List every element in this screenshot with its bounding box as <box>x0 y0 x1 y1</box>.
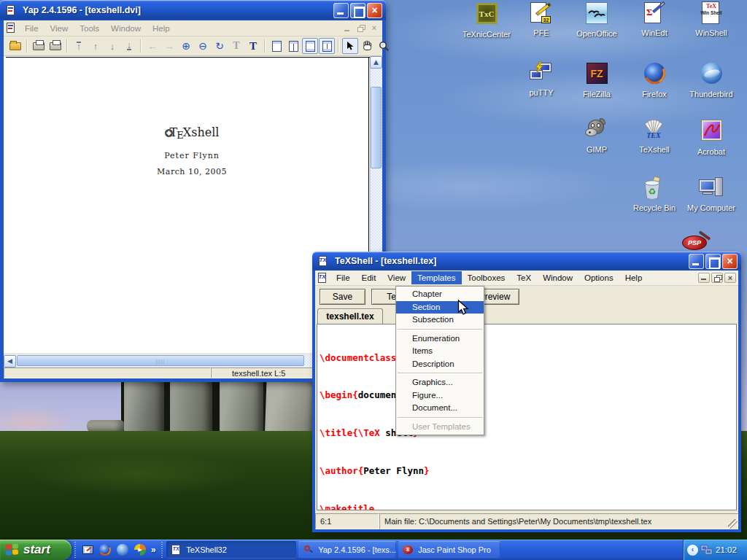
yap-menu-window[interactable]: Window <box>105 23 147 34</box>
double-page-view-icon[interactable] <box>285 38 301 54</box>
show-desktop-icon[interactable] <box>80 542 95 557</box>
dvi-author: Peter Flynn <box>4 151 370 160</box>
vertical-scroll-thumb[interactable] <box>371 87 382 168</box>
single-page-view-icon[interactable] <box>268 38 285 54</box>
yap-menu-view[interactable]: View <box>44 23 74 34</box>
taskbar-clock[interactable]: 21:02 <box>716 545 737 554</box>
firefox-quicklaunch-icon[interactable] <box>98 542 112 557</box>
scroll-left-icon[interactable]: ◀ <box>4 355 16 368</box>
mdi-restore-icon[interactable] <box>711 273 723 283</box>
zoom-in-icon[interactable]: ⊕ <box>178 38 194 54</box>
menu-file[interactable]: File <box>330 271 356 284</box>
close-button[interactable]: × <box>367 3 382 18</box>
yap-menu-help[interactable]: Help <box>147 23 176 34</box>
open-file-icon[interactable] <box>7 38 23 54</box>
menu-item-enumeration[interactable]: Enumeration <box>396 332 484 346</box>
desktop-icon-recycle-bin[interactable]: ♻ Recycle Bin <box>627 176 681 212</box>
taskbar-button-texshell32[interactable]: TX TeXShell32 <box>166 541 296 559</box>
desktop-icon-acrobat[interactable]: Acrobat <box>684 118 738 156</box>
save-button[interactable]: Save <box>320 289 365 305</box>
zoom-out-icon[interactable]: ⊖ <box>195 38 211 54</box>
menu-item-graphics[interactable]: Graphics... <box>396 376 484 389</box>
menu-options[interactable]: Options <box>578 271 619 284</box>
yap-menu-file[interactable]: File <box>19 23 44 34</box>
desktop-icon-label: Acrobat <box>684 147 738 156</box>
first-page-icon[interactable]: ↑ <box>71 38 87 54</box>
menu-toolboxes[interactable]: Toolboxes <box>462 271 511 284</box>
forward-icon[interactable]: → <box>161 38 177 54</box>
desktop-icon-label: OpenOffice <box>570 29 624 38</box>
menu-item-document[interactable]: Document... <box>396 402 484 415</box>
mdi-close-icon[interactable]: × <box>368 23 380 34</box>
minimize-button[interactable] <box>689 254 704 269</box>
desktop-icon-winshell[interactable]: TeXWin Shell WinShell <box>684 1 738 37</box>
desktop-icon-gimp[interactable]: GIMP <box>570 118 624 154</box>
menu-item-description[interactable]: Description <box>396 358 484 371</box>
desktop-icon-pfe[interactable]: 32 PFE <box>514 1 568 37</box>
menu-view[interactable]: View <box>382 271 411 284</box>
desktop-icon-thunderbird[interactable]: Thunderbird <box>684 61 738 98</box>
menu-templates[interactable]: Templates <box>411 271 461 284</box>
quicklaunch-overflow-chevron[interactable]: » <box>151 545 156 555</box>
text-mode-icon[interactable]: T <box>245 38 261 54</box>
start-button[interactable]: start <box>0 540 71 560</box>
select-tool-icon[interactable] <box>342 38 358 54</box>
continuous-double-view-icon[interactable] <box>319 38 335 54</box>
minimize-button[interactable] <box>333 3 349 18</box>
status-main-file: Main file: C:\Documents and Settings\Pet… <box>379 513 738 529</box>
desktop-icon-openoffice[interactable]: OpenOffice <box>570 1 624 38</box>
menu-help[interactable]: Help <box>619 271 649 284</box>
maximize-button[interactable] <box>705 254 721 269</box>
desktop-icon-paint-shop-pro[interactable]: PSP <box>681 234 711 252</box>
menu-item-subsection[interactable]: Subsection <box>396 314 484 327</box>
mdi-close-icon[interactable]: × <box>724 273 736 283</box>
print-setup-icon[interactable] <box>47 38 63 54</box>
back-icon[interactable]: ← <box>144 38 160 54</box>
scroll-up-icon[interactable]: ▲ <box>370 56 382 69</box>
texshell-document-icon: TX <box>317 273 328 284</box>
desktop-icon-filezilla[interactable]: FZ FileZilla <box>570 61 624 98</box>
yap-menu-tools[interactable]: Tools <box>74 23 105 34</box>
desktop-icon-winedt[interactable]: Σ WinEdt <box>627 1 681 37</box>
continuous-view-icon[interactable] <box>302 38 318 54</box>
mdi-minimize-icon[interactable] <box>342 23 354 34</box>
next-page-icon[interactable]: ↓ <box>104 38 120 54</box>
desktop-icon-firefox[interactable]: Firefox <box>627 61 681 98</box>
desktop-icon-texniccenter[interactable]: TxC TeXnicCenter <box>460 1 514 39</box>
menu-item-chapter[interactable]: Chapter <box>396 288 484 301</box>
media-player-quicklaunch-icon[interactable]: ▶ <box>133 542 147 557</box>
thunderbird-quicklaunch-icon[interactable] <box>115 542 130 557</box>
previous-page-icon[interactable]: ↑ <box>88 38 104 54</box>
tray-chevron-icon[interactable]: ‹ <box>687 545 698 556</box>
menu-edit[interactable]: Edit <box>356 271 382 284</box>
tab-texshell-tex[interactable]: texshell.tex <box>317 308 383 324</box>
magnifier-tool-icon[interactable] <box>376 38 392 54</box>
network-status-icon[interactable] <box>700 545 713 556</box>
menu-item-items[interactable]: Items <box>396 345 484 358</box>
texshell-titlebar[interactable]: TX TeXShell - [texshell.tex] × <box>312 252 741 271</box>
print-icon[interactable] <box>31 38 47 54</box>
menu-item-user-templates[interactable]: User Templates <box>396 421 484 434</box>
desktop-icon-putty[interactable]: puTTY <box>514 61 568 97</box>
ruler-text-icon[interactable]: T <box>228 38 244 54</box>
dvi-document-content: TEXshell Peter Flynn March 10, 2005 <box>4 125 370 176</box>
menu-item-figure[interactable]: Figure... <box>396 389 484 402</box>
resize-grip[interactable] <box>728 519 738 529</box>
menu-item-section[interactable]: Section <box>396 301 484 314</box>
code-editor[interactable]: \documentclass{article} \begin{document}… <box>317 324 737 510</box>
maximize-button[interactable] <box>350 3 365 18</box>
menu-window[interactable]: Window <box>537 271 578 284</box>
mdi-minimize-icon[interactable] <box>698 273 710 283</box>
hand-tool-icon[interactable] <box>359 38 375 54</box>
menu-tex[interactable]: TeX <box>511 271 537 284</box>
horizontal-scroll-thumb[interactable]: |||| <box>17 355 304 366</box>
last-page-icon[interactable]: ↓ <box>121 38 137 54</box>
desktop-icon-my-computer[interactable]: My Computer <box>684 176 738 212</box>
mdi-restore-icon[interactable] <box>355 23 367 34</box>
taskbar-button-paint-shop-pro[interactable]: 8 Jasc Paint Shop Pro <box>398 541 500 559</box>
refresh-icon[interactable]: ↻ <box>212 38 228 54</box>
yap-titlebar[interactable]: Yap 2.4.1596 - [texshell.dvi] × <box>0 0 386 20</box>
desktop-icon-texshell[interactable]: TEX TeXshell <box>627 118 681 154</box>
taskbar-button-yap[interactable]: Yap 2.4.1596 - [texs... <box>298 541 396 559</box>
close-button[interactable]: × <box>722 254 738 269</box>
